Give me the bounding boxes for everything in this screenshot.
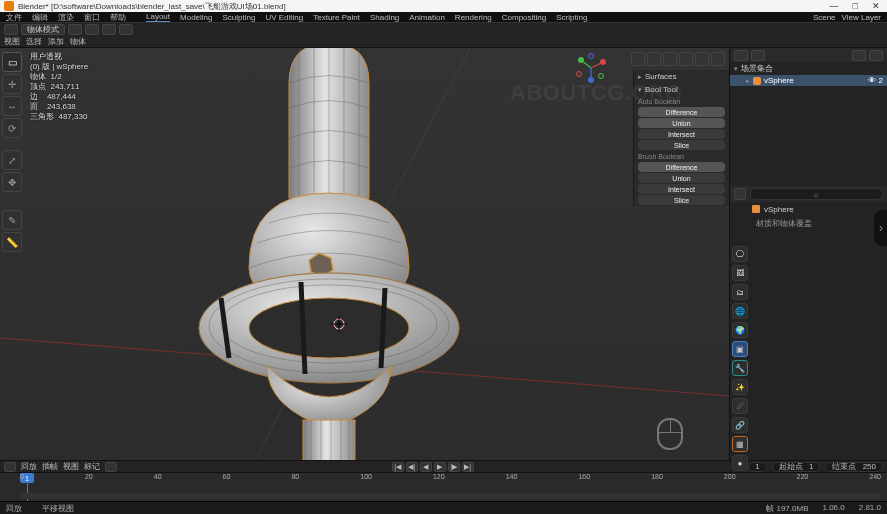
timeline-marker-menu[interactable]: 标记 — [84, 461, 100, 472]
outliner-item-vsphere[interactable]: ▸ vSphere 👁 2 — [730, 75, 887, 86]
prop-tab-particles[interactable]: ✨ — [732, 379, 748, 395]
outliner-editor-icon[interactable] — [734, 50, 748, 61]
tab-compositing[interactable]: Compositing — [502, 13, 546, 22]
xray-toggle[interactable] — [647, 52, 661, 66]
tab-scripting[interactable]: Scripting — [556, 13, 587, 22]
timeline-play-menu[interactable]: 回放 — [21, 461, 37, 472]
prop-tab-output[interactable]: 🖼 — [732, 265, 748, 281]
tab-layout[interactable]: Layout — [146, 12, 170, 22]
npanel-surfaces-header[interactable]: Surfaces — [634, 70, 729, 83]
orientation-icon[interactable] — [119, 24, 133, 35]
play-reverse-button[interactable]: ◀ — [420, 462, 432, 472]
timeline-scrollbar[interactable] — [20, 493, 881, 499]
shading-solid[interactable] — [679, 52, 693, 66]
header-view[interactable]: 视图 — [4, 36, 20, 47]
bool-union[interactable]: Union — [638, 118, 725, 128]
timeline-area[interactable]: 1 02040 6080100 120140160 180200220 240 — [0, 472, 887, 501]
tool-rotate[interactable]: ⟳ — [2, 118, 22, 138]
prop-tab-object[interactable]: ▣ — [732, 341, 748, 357]
navigation-gizmo[interactable] — [575, 52, 607, 84]
timeline-keying-menu[interactable]: 插帧 — [42, 461, 58, 472]
proportional-icon[interactable] — [102, 24, 116, 35]
current-frame-field[interactable]: 1 — [748, 462, 766, 472]
tab-rendering[interactable]: Rendering — [455, 13, 492, 22]
prop-tab-modifiers[interactable]: 🔧 — [732, 360, 748, 376]
jump-start-button[interactable]: |◀ — [392, 462, 404, 472]
tab-animation[interactable]: Animation — [409, 13, 445, 22]
jump-end-button[interactable]: ▶| — [462, 462, 474, 472]
prop-tab-world[interactable]: 🌍 — [732, 322, 748, 338]
tool-measure[interactable]: 📏 — [2, 232, 22, 252]
window-minimize-button[interactable]: — — [827, 1, 842, 11]
timeline-editor-icon[interactable] — [4, 462, 16, 472]
outliner-new-collection-icon[interactable] — [869, 50, 883, 61]
npanel-booltool-header[interactable]: Bool Tool — [634, 83, 729, 96]
menu-window[interactable]: 窗口 — [84, 12, 100, 23]
brush-intersect[interactable]: Intersect — [638, 184, 725, 194]
prop-tab-viewlayer[interactable]: 🗂 — [732, 284, 748, 300]
tool-move[interactable]: ↔ — [2, 96, 22, 116]
properties-search[interactable]: ⌕ — [750, 188, 883, 200]
header-select[interactable]: 选择 — [26, 36, 42, 47]
tab-modeling[interactable]: Modeling — [180, 13, 212, 22]
play-button[interactable]: ▶ — [434, 462, 446, 472]
svg-point-26 — [589, 54, 594, 59]
menu-edit[interactable]: 编辑 — [32, 12, 48, 23]
menu-file[interactable]: 文件 — [6, 12, 22, 23]
window-close-button[interactable]: ✕ — [869, 1, 883, 11]
shading-wireframe[interactable] — [663, 52, 677, 66]
prop-tab-mesh[interactable]: ▦ — [732, 436, 748, 452]
mesh-object-spaceship[interactable] — [149, 48, 509, 460]
outliner-scene-collection[interactable]: ▾ 场景集合 — [730, 62, 887, 75]
editor-type-icon[interactable] — [4, 24, 18, 35]
tool-scale[interactable]: ⤢ — [2, 150, 22, 170]
autokey-toggle[interactable] — [105, 462, 117, 472]
3d-viewport[interactable]: ▭ ✛ ↔ ⟳ ⤢ ✥ ✎ 📏 用户透视 (0) 版 | wSphere 物体 … — [0, 48, 729, 460]
properties-editor-icon[interactable] — [734, 188, 746, 200]
bool-slice[interactable]: Slice — [638, 140, 725, 150]
outliner-filter-icon[interactable] — [852, 50, 866, 61]
prop-tab-constraints[interactable]: 🔗 — [732, 417, 748, 433]
menu-help[interactable]: 帮助 — [110, 12, 126, 23]
menu-render[interactable]: 渲染 — [58, 12, 74, 23]
prev-key-button[interactable]: ◀| — [406, 462, 418, 472]
properties-sublabel: 材质和物体覆盖 — [730, 216, 887, 230]
outliner-toggle-viewport[interactable]: 👁 — [868, 76, 876, 85]
outliner[interactable]: ▾ 场景集合 ▸ vSphere 👁 2 — [730, 62, 887, 86]
tab-texpaint[interactable]: Texture Paint — [313, 13, 360, 22]
bool-difference[interactable]: Difference — [638, 107, 725, 117]
prop-tab-physics[interactable]: ☄ — [732, 398, 748, 414]
scene-dropdown[interactable]: Scene — [813, 13, 836, 22]
tool-transform[interactable]: ✥ — [2, 172, 22, 192]
tool-annotate[interactable]: ✎ — [2, 210, 22, 230]
header-object[interactable]: 物体 — [70, 36, 86, 47]
end-frame-field[interactable]: 结束点 250 — [825, 462, 883, 472]
header-add[interactable]: 添加 — [48, 36, 64, 47]
shading-matprev[interactable] — [695, 52, 709, 66]
snap-icon[interactable] — [85, 24, 99, 35]
next-key-button[interactable]: |▶ — [448, 462, 460, 472]
prop-tab-scene[interactable]: 🌐 — [732, 303, 748, 319]
prop-tab-render[interactable]: 🖵 — [732, 246, 748, 262]
brush-union[interactable]: Union — [638, 173, 725, 183]
tool-cursor[interactable]: ✛ — [2, 74, 22, 94]
expand-sidebar-tab[interactable]: › — [874, 210, 887, 246]
prop-tab-material[interactable]: ● — [732, 455, 748, 471]
start-frame-field[interactable]: 起始点 1 — [772, 462, 821, 472]
shading-rendered[interactable] — [711, 52, 725, 66]
brush-difference[interactable]: Difference — [638, 162, 725, 172]
tab-uv[interactable]: UV Editing — [265, 13, 303, 22]
tool-select-box[interactable]: ▭ — [2, 52, 22, 72]
outliner-display-mode[interactable] — [751, 50, 765, 61]
timeline-view-menu[interactable]: 视图 — [63, 461, 79, 472]
pivot-icon[interactable] — [68, 24, 82, 35]
tab-shading[interactable]: Shading — [370, 13, 399, 22]
brush-slice[interactable]: Slice — [638, 195, 725, 205]
overlays-toggle[interactable] — [631, 52, 645, 66]
outliner-header — [730, 48, 887, 62]
tab-sculpting[interactable]: Sculpting — [223, 13, 256, 22]
bool-intersect[interactable]: Intersect — [638, 129, 725, 139]
viewlayer-dropdown[interactable]: View Layer — [842, 13, 881, 22]
mode-dropdown[interactable]: 物体模式 — [21, 24, 65, 35]
window-maximize-button[interactable]: □ — [850, 1, 861, 11]
